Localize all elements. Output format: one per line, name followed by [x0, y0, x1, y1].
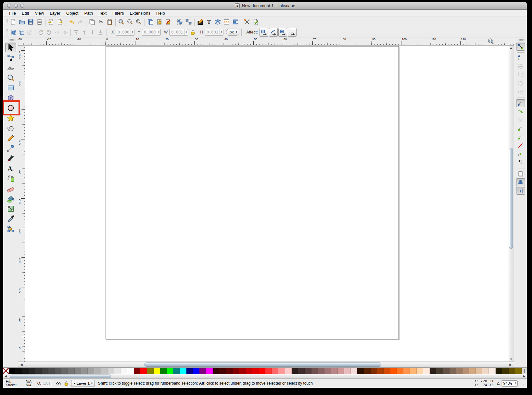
scroll-up-arrow-icon[interactable]: ▲	[508, 46, 514, 49]
color-swatch[interactable]	[311, 368, 318, 374]
open-button[interactable]	[18, 18, 26, 26]
snap-nodes-button[interactable]	[516, 99, 525, 107]
h-field[interactable]: 0.001 ▲▼	[205, 29, 223, 36]
snap-enable-button[interactable]	[516, 43, 525, 51]
zoom-button[interactable]	[20, 4, 24, 8]
y-field[interactable]: 0.000 ▲▼	[142, 29, 161, 36]
x-field[interactable]: 0.000 ▲▼	[116, 29, 134, 36]
snap-bbox-centers-button[interactable]	[516, 88, 525, 96]
color-swatch[interactable]	[502, 368, 509, 374]
color-swatch[interactable]	[403, 368, 410, 374]
close-button[interactable]	[7, 4, 11, 8]
rotate-cw-button[interactable]	[45, 28, 53, 36]
rotate-ccw-button[interactable]	[37, 28, 45, 36]
tool-star[interactable]	[5, 113, 16, 123]
color-swatch[interactable]	[167, 368, 173, 374]
toolbar-grip[interactable]	[6, 29, 8, 35]
color-swatch[interactable]	[55, 368, 61, 374]
resize-grip[interactable]	[520, 381, 525, 386]
tool-zoom[interactable]	[5, 73, 16, 83]
toolbox-grip[interactable]	[7, 39, 16, 41]
transform-gradients-button[interactable]	[278, 28, 287, 37]
zoom-spinner[interactable]: ▲▼	[514, 382, 517, 385]
tool-eraser[interactable]	[5, 184, 16, 193]
snap-guides-button[interactable]	[516, 187, 525, 195]
color-swatch[interactable]	[371, 368, 377, 374]
lock-width-height-button[interactable]	[189, 28, 197, 36]
deselect-button[interactable]	[26, 28, 34, 36]
layer-visibility-eye-icon[interactable]	[56, 381, 61, 386]
flip-horizontal-button[interactable]	[53, 28, 61, 36]
lower-to-bottom-button[interactable]	[96, 28, 105, 36]
color-swatch[interactable]	[213, 368, 219, 374]
zoom-selection-button[interactable]	[117, 18, 126, 26]
xml-editor-button[interactable]: </>	[222, 18, 231, 26]
tool-tweak[interactable]	[5, 63, 16, 72]
ungroup-button[interactable]	[184, 18, 193, 26]
vertical-scrollbar-thumb[interactable]	[509, 148, 513, 249]
transform-patterns-button[interactable]	[288, 28, 297, 37]
color-swatch[interactable]	[469, 368, 476, 374]
color-swatch[interactable]	[29, 368, 35, 374]
color-swatch[interactable]	[443, 368, 450, 374]
transform-corners-button[interactable]	[269, 28, 278, 37]
color-swatch[interactable]	[15, 368, 22, 374]
color-swatch[interactable]	[219, 368, 226, 374]
vertical-ruler[interactable]: 1 0 09 08 07 06 05 04 03 02 01 00	[18, 46, 25, 362]
snap-bbox-edge-midpoints-button[interactable]	[516, 79, 525, 87]
tool-spiral[interactable]	[5, 123, 16, 133]
document-page[interactable]	[106, 46, 399, 339]
color-swatch[interactable]	[42, 368, 48, 374]
color-swatch[interactable]	[134, 368, 140, 374]
layers-dialog-button[interactable]	[213, 18, 222, 26]
unlink-clone-button[interactable]	[164, 18, 172, 26]
align-dialog-button[interactable]	[231, 18, 240, 26]
undo-button[interactable]	[67, 18, 76, 26]
w-field-spinner[interactable]: ▲▼	[184, 29, 188, 35]
menu-edit[interactable]: Edit	[19, 10, 32, 16]
color-swatch[interactable]	[127, 368, 134, 374]
color-swatch[interactable]	[450, 368, 456, 374]
horizontal-ruler[interactable]: 1:1 -30-20-10010203040506070809010011012…	[18, 37, 514, 46]
color-swatch[interactable]	[61, 368, 68, 374]
color-swatch[interactable]	[154, 368, 160, 374]
snap-smooth-nodes-button[interactable]	[516, 133, 525, 141]
color-swatch[interactable]	[285, 368, 292, 374]
tool-bezier-pen[interactable]	[5, 143, 16, 153]
lower-button[interactable]	[88, 28, 96, 36]
tool-text[interactable]: A	[5, 164, 16, 173]
print-button[interactable]	[35, 18, 44, 26]
raise-button[interactable]	[80, 28, 88, 36]
tool-connector[interactable]	[5, 224, 16, 234]
color-swatch[interactable]	[390, 368, 397, 374]
color-swatch[interactable]	[344, 368, 351, 374]
color-swatch[interactable]	[193, 368, 199, 374]
snap-bbox-button[interactable]	[516, 54, 525, 62]
color-swatch[interactable]	[515, 368, 522, 374]
color-swatch[interactable]	[173, 368, 180, 374]
zoom-page-button[interactable]	[134, 18, 143, 26]
color-swatch[interactable]	[397, 368, 403, 374]
color-swatch[interactable]	[305, 368, 311, 374]
snap-bbox-edges-button[interactable]	[516, 62, 525, 71]
menu-file[interactable]: File	[6, 10, 19, 16]
color-swatch[interactable]	[48, 368, 55, 374]
snap-line-midpoints-button[interactable]	[516, 141, 525, 150]
palette-scroll-arrow[interactable]: ❮	[522, 368, 527, 374]
tool-paint-bucket[interactable]	[5, 194, 16, 204]
color-swatch[interactable]	[226, 368, 232, 374]
menu-filters[interactable]: Filters	[110, 10, 126, 16]
menu-help[interactable]: Help	[154, 10, 168, 16]
menu-path[interactable]: Path	[82, 10, 95, 16]
tool-pencil[interactable]	[5, 133, 16, 143]
zoom-1-1-icon[interactable]: 1:1	[487, 38, 494, 45]
color-swatch[interactable]	[462, 368, 469, 374]
y-field-spinner[interactable]: ▲▼	[157, 29, 160, 35]
new-document-button[interactable]	[9, 18, 18, 26]
flip-vertical-button[interactable]	[61, 28, 69, 36]
scroll-down-arrow-icon[interactable]: ▼	[508, 358, 514, 361]
color-swatch[interactable]	[292, 368, 298, 374]
color-swatch[interactable]	[272, 368, 278, 374]
import-button[interactable]	[47, 18, 56, 26]
group-button[interactable]	[175, 18, 184, 26]
